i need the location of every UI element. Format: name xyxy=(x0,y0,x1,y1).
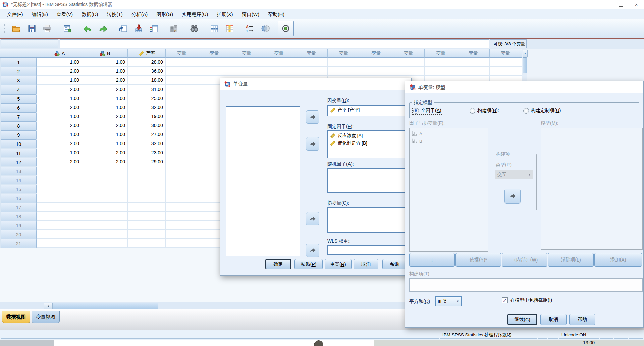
cell[interactable] xyxy=(166,166,198,175)
recent-dialogs-button[interactable] xyxy=(60,21,75,36)
cell[interactable] xyxy=(295,58,328,67)
cell[interactable]: 36.00 xyxy=(128,67,166,76)
cell[interactable]: 1.00 xyxy=(82,130,128,139)
cell[interactable] xyxy=(128,230,166,239)
cell[interactable]: 1.00 xyxy=(37,58,82,67)
row-header-18[interactable]: 18 xyxy=(0,212,37,221)
column-header-variable[interactable]: 变量 xyxy=(230,49,263,58)
cell[interactable] xyxy=(128,193,166,203)
minimize-button[interactable] xyxy=(598,0,613,9)
cell[interactable]: 2.00 xyxy=(82,85,128,94)
row-header-8[interactable]: 8 xyxy=(0,121,37,130)
horizontal-scrollbar-thumb[interactable] xyxy=(53,303,158,309)
cell[interactable] xyxy=(128,175,166,184)
cell[interactable] xyxy=(392,58,425,67)
wls-weight-field[interactable] xyxy=(327,245,407,255)
build-terms-field[interactable] xyxy=(409,278,643,292)
column-header-variable[interactable]: 变量 xyxy=(457,49,490,58)
cell[interactable]: 2.00 xyxy=(37,67,82,76)
cell[interactable] xyxy=(166,85,198,94)
redo-button[interactable] xyxy=(95,21,111,36)
cell[interactable] xyxy=(82,221,128,230)
cell[interactable] xyxy=(457,58,490,67)
cell[interactable] xyxy=(425,58,457,67)
radio-build-custom[interactable]: 构建定制项(U) xyxy=(523,108,561,114)
cell[interactable]: 1.00 xyxy=(37,130,82,139)
cell[interactable]: 2.00 xyxy=(82,76,128,85)
cell[interactable] xyxy=(166,203,198,212)
column-header-variable[interactable]: 变量 xyxy=(198,49,231,58)
cell[interactable] xyxy=(37,166,82,175)
cell[interactable]: 2.00 xyxy=(37,139,82,148)
cell[interactable] xyxy=(128,184,166,193)
cell[interactable] xyxy=(82,230,128,239)
cell-edit-field[interactable] xyxy=(60,39,489,48)
cell[interactable] xyxy=(230,58,263,67)
cell[interactable] xyxy=(166,212,198,221)
cell[interactable] xyxy=(82,212,128,221)
cell[interactable]: 25.00 xyxy=(128,94,166,103)
column-header-variable[interactable]: 变量 xyxy=(490,49,522,58)
cell[interactable] xyxy=(166,230,198,239)
insert-case-button[interactable] xyxy=(207,21,222,36)
cancel-button[interactable]: 取消 xyxy=(354,259,378,269)
cell[interactable] xyxy=(166,94,198,103)
goto-variable-button[interactable] xyxy=(131,21,146,36)
column-header-variable[interactable]: 变量 xyxy=(425,49,457,58)
dependent-field[interactable]: 产率 [产率] xyxy=(327,105,407,116)
move-wls-button[interactable] xyxy=(306,244,319,257)
fixed-factor-item[interactable]: 反应浓度 [A] xyxy=(328,132,407,139)
cell[interactable] xyxy=(490,58,522,67)
ok-button[interactable]: 确定 xyxy=(265,259,291,269)
cell[interactable] xyxy=(457,67,490,76)
cell[interactable]: 1.00 xyxy=(37,76,82,85)
factor-item[interactable]: B xyxy=(410,137,488,145)
vertical-scrollbar-thumb[interactable] xyxy=(523,57,527,73)
cell[interactable] xyxy=(37,221,82,230)
menu-file[interactable]: 文件(F) xyxy=(3,10,28,19)
save-button[interactable] xyxy=(24,21,40,36)
clear-term-button[interactable]: 清除项(L) xyxy=(548,253,594,267)
column-header-yield[interactable]: 产率 xyxy=(128,49,166,58)
cell[interactable] xyxy=(230,67,263,76)
fixed-factors-list[interactable]: 反应浓度 [A] 催化剂是否 [B] xyxy=(327,130,407,158)
cell[interactable] xyxy=(295,67,328,76)
add-button[interactable]: 添加(A) xyxy=(594,253,642,267)
cell[interactable] xyxy=(128,221,166,230)
row-header-14[interactable]: 14 xyxy=(0,175,37,184)
column-header-variable[interactable]: 变量 xyxy=(392,49,425,58)
cell[interactable]: 2.00 xyxy=(37,121,82,130)
cell[interactable] xyxy=(328,58,360,67)
column-header-variable[interactable]: 变量 xyxy=(166,49,198,58)
cell[interactable] xyxy=(37,212,82,221)
cell[interactable] xyxy=(360,67,392,76)
cell[interactable] xyxy=(166,184,198,193)
menu-window[interactable]: 窗口(W) xyxy=(237,10,264,19)
cell[interactable]: 27.00 xyxy=(128,130,166,139)
cell[interactable] xyxy=(82,184,128,193)
cell[interactable]: 1.00 xyxy=(82,103,128,112)
row-header-4[interactable]: 4 xyxy=(0,85,37,94)
cell[interactable] xyxy=(166,103,198,112)
cell[interactable]: 28.00 xyxy=(128,58,166,67)
cell[interactable]: 23.00 xyxy=(128,148,166,157)
row-header-17[interactable]: 17 xyxy=(0,203,37,212)
column-header-variable[interactable]: 变量 xyxy=(360,49,392,58)
move-covariate-button[interactable] xyxy=(306,212,319,225)
cell[interactable]: 1.00 xyxy=(82,139,128,148)
menu-analyze[interactable]: 分析(A) xyxy=(127,10,152,19)
cell[interactable]: 1.00 xyxy=(37,148,82,157)
cell[interactable] xyxy=(328,67,360,76)
cell[interactable] xyxy=(37,230,82,239)
grid-corner-cell[interactable] xyxy=(0,49,37,58)
column-header-variable[interactable]: 变量 xyxy=(263,49,296,58)
row-header-16[interactable]: 16 xyxy=(0,193,37,203)
move-dependent-button[interactable] xyxy=(306,110,319,124)
cell[interactable] xyxy=(166,221,198,230)
cell[interactable] xyxy=(82,193,128,203)
cell[interactable] xyxy=(198,58,230,67)
open-file-button[interactable] xyxy=(9,21,24,36)
cell[interactable]: 2.00 xyxy=(37,85,82,94)
weight-cases-button[interactable] xyxy=(258,21,273,36)
cell[interactable] xyxy=(360,58,392,67)
